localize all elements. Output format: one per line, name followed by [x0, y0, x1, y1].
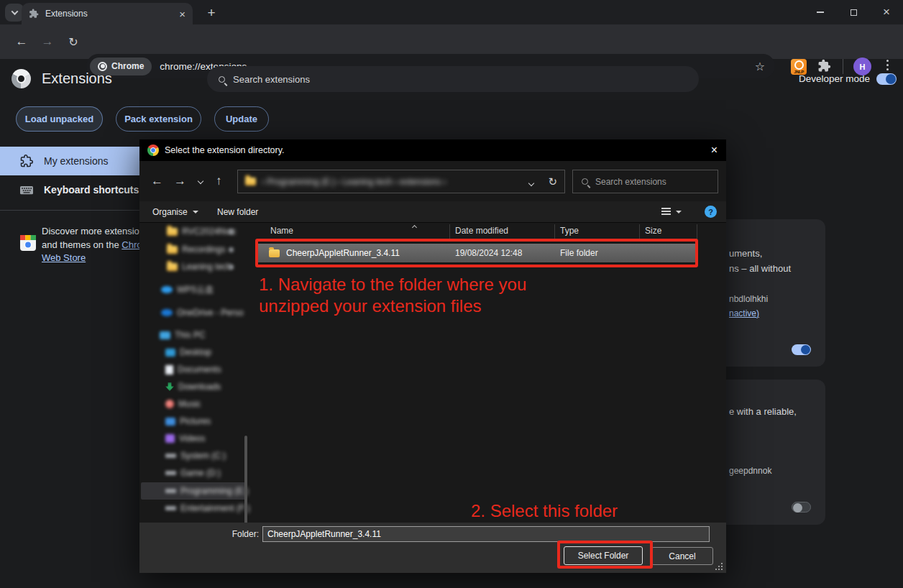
tab-close-icon[interactable]: ×	[179, 9, 185, 19]
refresh-icon[interactable]: ↻	[548, 175, 557, 188]
page-title: Extensions	[42, 70, 112, 87]
card-text-fragment: e with a reliable,	[729, 406, 797, 417]
new-folder-button[interactable]: New folder	[217, 207, 258, 217]
folder-icon	[245, 178, 256, 185]
pack-extension-button[interactable]: Pack extension	[116, 106, 201, 132]
sidebar-item-keyboard-shortcuts[interactable]: Keyboard shortcuts	[0, 175, 162, 204]
tree-item[interactable]: Videos	[141, 430, 246, 447]
tree-item[interactable]: RVC2024Nvic	[141, 223, 246, 240]
puzzle-icon	[29, 9, 39, 19]
dropdown-triangle-icon	[676, 211, 682, 213]
nav-back-icon[interactable]: ←	[151, 161, 163, 201]
inspect-views-link[interactable]: nactive)	[729, 308, 759, 318]
drive-icon	[165, 454, 176, 458]
browser-menu-icon[interactable]	[886, 60, 889, 70]
tree-item[interactable]: WPS云盘	[141, 281, 246, 298]
browser-toolbar: ← → ↻ Chrome chrome://extensions ☆ JNLP …	[0, 24, 903, 59]
extensions-search-input[interactable]: Search extensions	[207, 66, 699, 92]
column-size[interactable]: Size	[645, 226, 661, 236]
new-tab-button[interactable]: +	[203, 4, 220, 22]
dropdown-triangle-icon	[193, 211, 198, 213]
pin-icon	[229, 265, 234, 270]
nav-up-icon[interactable]: ↑	[216, 161, 222, 201]
tree-item[interactable]: Desktop	[141, 344, 246, 361]
card-text-fragment: ns – all without	[729, 263, 791, 274]
tree-item[interactable]: Leaning tech	[141, 258, 246, 275]
extension-enable-toggle[interactable]	[792, 502, 811, 513]
extension-enable-toggle[interactable]	[792, 344, 811, 355]
developer-mode-toggle[interactable]	[876, 73, 897, 85]
file-list-pane: Name Date modified Type Size CheerpJAppl…	[253, 223, 726, 523]
dialog-body: RVC2024Nvic Recordings Leaning tech WPS云…	[139, 223, 726, 523]
minimize-button[interactable]	[804, 0, 837, 24]
tree-item[interactable]: Pictures	[141, 413, 246, 430]
sidebar-item-my-extensions[interactable]: My extensions	[0, 147, 162, 175]
drive-icon	[165, 506, 176, 510]
folder-icon	[167, 228, 178, 236]
organise-menu[interactable]: Organise	[152, 207, 198, 217]
tree-item[interactable]: System (C:)	[141, 447, 246, 464]
forward-button[interactable]: →	[37, 24, 58, 59]
pin-icon	[229, 229, 234, 234]
jnlp-extension-icon[interactable]: JNLP	[791, 59, 807, 75]
videos-icon	[165, 434, 175, 443]
tree-item[interactable]: Downloads	[141, 378, 246, 395]
cancel-button[interactable]: Cancel	[651, 547, 713, 565]
folder-name-input[interactable]	[262, 526, 710, 542]
back-button[interactable]: ←	[11, 24, 32, 59]
load-unpacked-button[interactable]: Load unpacked	[16, 106, 103, 132]
annotation-step2: 2. Select this folder	[471, 500, 618, 522]
sidebar-divider	[0, 210, 162, 211]
reload-button[interactable]: ↻	[63, 24, 84, 59]
bookmark-star-icon[interactable]: ☆	[755, 60, 765, 73]
web-store-link[interactable]: Web Store	[42, 252, 86, 263]
update-button[interactable]: Update	[214, 106, 269, 132]
folder-icon	[167, 263, 178, 271]
breadcrumb-address-bar[interactable]: › Programming (E:) › Leaning tech › exte…	[237, 170, 565, 193]
column-type[interactable]: Type	[560, 226, 579, 236]
folder-icon	[167, 246, 178, 254]
tree-item-selected[interactable]: Programming (E:)	[141, 482, 246, 500]
dialog-close-icon[interactable]: ×	[711, 139, 718, 161]
search-icon	[582, 178, 588, 185]
toolbar-divider	[843, 59, 843, 74]
tab-extensions[interactable]: Extensions ×	[22, 3, 193, 24]
drive-icon	[165, 489, 176, 493]
pictures-icon	[165, 418, 175, 426]
sort-ascending-icon	[412, 225, 417, 230]
column-date-modified[interactable]: Date modified	[455, 226, 508, 236]
dialog-search-input[interactable]: Search extensions	[572, 170, 718, 193]
extensions-menu-icon[interactable]	[817, 59, 831, 73]
tree-item[interactable]: OneDrive - Perso	[141, 304, 246, 321]
downloads-icon	[165, 382, 174, 391]
nav-recent-chevron-icon[interactable]	[198, 161, 203, 201]
tree-item[interactable]: Music	[141, 395, 246, 413]
folder-tree-pane: RVC2024Nvic Recordings Leaning tech WPS云…	[139, 223, 253, 523]
maximize-button[interactable]	[837, 0, 870, 24]
chrome-icon	[147, 144, 159, 156]
tree-item[interactable]: Documents	[141, 361, 246, 378]
tree-item[interactable]: Game (D:)	[141, 464, 246, 482]
annotation-step1: 1. Navigate to the folder where you unzi…	[259, 274, 545, 317]
drive-icon	[165, 471, 176, 475]
card-text-fragment: uments,	[729, 248, 762, 259]
chevron-down-icon	[11, 8, 18, 15]
view-options-button[interactable]	[661, 208, 682, 216]
tree-item[interactable]: Entertainment (F:)	[141, 500, 246, 517]
screen: Extensions × + × ← → ↻ Chrome chrome://e…	[0, 0, 903, 588]
search-placeholder: Search extensions	[233, 74, 310, 85]
nav-forward-icon[interactable]: →	[174, 161, 186, 201]
tree-item[interactable]: This PC	[141, 326, 246, 344]
this-pc-icon	[160, 331, 170, 339]
window-close-button[interactable]: ×	[870, 0, 903, 24]
music-icon	[165, 400, 174, 408]
card-id-fragment: geepdnnok	[729, 466, 771, 476]
resize-grip[interactable]	[715, 563, 723, 570]
tree-item[interactable]: Recordings	[141, 241, 246, 258]
chrome-logo-icon	[98, 62, 107, 71]
dialog-nav-bar: ← → ↑ › Programming (E:) › Leaning tech …	[139, 161, 726, 201]
address-dropdown-chevron-icon[interactable]	[529, 175, 533, 188]
help-button[interactable]: ?	[705, 206, 717, 218]
dialog-title-bar: Select the extension directory. ×	[139, 139, 726, 161]
column-name[interactable]: Name	[270, 226, 293, 236]
